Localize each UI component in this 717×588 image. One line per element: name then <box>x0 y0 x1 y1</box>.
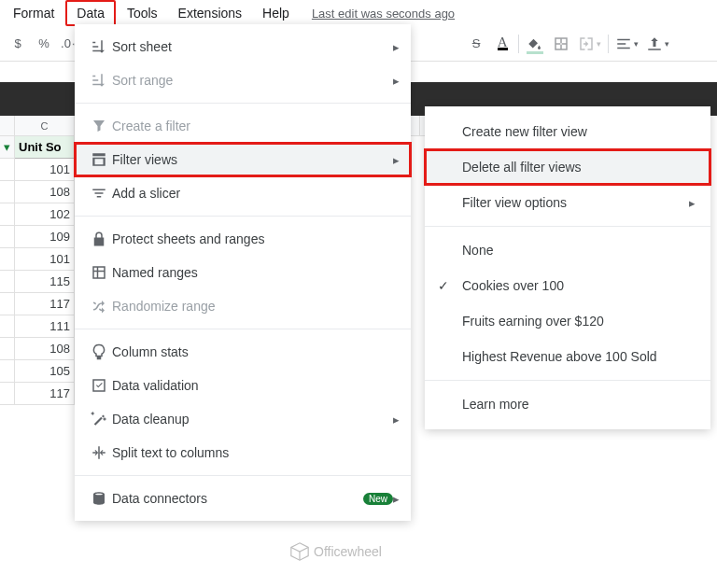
vertical-align-button[interactable]: ▾ <box>643 32 672 56</box>
submenu-create-new-filter-view[interactable]: Create new filter view <box>425 114 710 149</box>
submenu-arrow-icon: ▸ <box>393 40 400 54</box>
menu-create-filter: Create a filter <box>75 109 411 143</box>
percent-button[interactable]: % <box>32 32 56 56</box>
menu-separator <box>75 103 411 104</box>
submenu-arrow-icon: ▸ <box>393 413 400 427</box>
filter-indicator[interactable]: ▾ <box>0 136 15 159</box>
watermark-logo-icon <box>289 541 310 562</box>
menu-data[interactable]: Data <box>65 0 116 26</box>
menu-separator <box>75 329 411 329</box>
submenu-filter-view-options[interactable]: Filter view options ▸ <box>425 185 710 220</box>
grid[interactable]: ▾ Unit So 101 108 102 109 101 115 117 11… <box>0 136 75 405</box>
menu-split-text[interactable]: Split text to columns <box>75 436 411 469</box>
sort-sheet-icon <box>91 38 107 55</box>
data-menu-dropdown: Sort sheet ▸ Sort range ▸ Create a filte… <box>75 24 411 521</box>
menu-named-ranges[interactable]: Named ranges <box>75 256 411 289</box>
submenu-arrow-icon: ▸ <box>393 492 400 506</box>
merge-cells-button[interactable]: ▾ <box>575 32 604 56</box>
menu-filter-views[interactable]: Filter views ▸ <box>75 143 411 176</box>
slicer-icon <box>91 185 107 202</box>
data-cell[interactable]: 108 <box>15 181 75 203</box>
submenu-learn-more[interactable]: Learn more <box>425 386 710 422</box>
toolbar-separator <box>608 35 609 53</box>
lightbulb-icon <box>91 343 107 360</box>
database-icon <box>91 490 107 507</box>
v-align-icon <box>646 35 663 52</box>
submenu-arrow-icon: ▸ <box>689 196 696 210</box>
filter-views-submenu: Create new filter view Delete all filter… <box>425 106 710 429</box>
menu-column-stats[interactable]: Column stats <box>75 335 411 369</box>
data-cell[interactable]: 101 <box>15 159 75 181</box>
lock-icon <box>91 231 107 247</box>
menu-add-slicer[interactable]: Add a slicer <box>75 176 411 210</box>
data-cell[interactable]: 108 <box>15 338 75 360</box>
submenu-filter-none[interactable]: None <box>425 232 710 268</box>
submenu-arrow-icon: ▸ <box>393 74 400 88</box>
menu-separator <box>75 475 411 476</box>
funnel-icon <box>91 118 107 134</box>
data-cell[interactable]: 109 <box>15 226 75 248</box>
watermark: Officewheel <box>289 541 382 562</box>
borders-button[interactable] <box>549 32 573 56</box>
menu-data-cleanup[interactable]: Data cleanup ▸ <box>75 402 411 436</box>
menu-sort-range: Sort range ▸ <box>75 63 411 97</box>
data-cell[interactable]: 115 <box>15 271 75 293</box>
menu-data-connectors[interactable]: Data connectors New ▸ <box>75 482 411 515</box>
data-validation-icon <box>91 377 107 394</box>
menu-sort-sheet[interactable]: Sort sheet ▸ <box>75 30 411 63</box>
menu-help[interactable]: Help <box>253 2 299 24</box>
menu-extensions[interactable]: Extensions <box>169 2 251 24</box>
menu-separator <box>425 380 710 381</box>
text-color-button[interactable]: A <box>490 32 514 56</box>
submenu-filter-fruits[interactable]: Fruits earning over $120 <box>425 303 710 339</box>
row-corner <box>0 116 15 136</box>
new-badge: New <box>363 493 393 505</box>
menu-tools[interactable]: Tools <box>118 2 167 24</box>
split-icon <box>91 444 107 461</box>
menu-protect-sheets[interactable]: Protect sheets and ranges <box>75 222 411 256</box>
toolbar-separator <box>518 35 519 53</box>
strikethrough-button[interactable]: S <box>464 32 488 56</box>
menu-format[interactable]: Format <box>4 2 63 24</box>
data-cell[interactable]: 117 <box>15 383 75 405</box>
named-ranges-icon <box>91 264 107 281</box>
submenu-delete-all-filter-views[interactable]: Delete all filter views <box>425 149 710 185</box>
sort-range-icon <box>91 72 107 89</box>
menu-separator <box>75 216 411 217</box>
merge-icon <box>578 35 595 52</box>
submenu-arrow-icon: ▸ <box>393 153 400 167</box>
col-header-c[interactable]: C <box>15 116 75 136</box>
data-cell[interactable]: 102 <box>15 203 75 226</box>
borders-icon <box>553 35 569 52</box>
menu-randomize-range: Randomize range <box>75 289 411 323</box>
submenu-filter-cookies[interactable]: ✓ Cookies over 100 <box>425 268 710 303</box>
filter-views-icon <box>91 151 107 168</box>
header-cell-unit-sold[interactable]: Unit So <box>15 136 75 159</box>
data-cell[interactable]: 105 <box>15 360 75 383</box>
horizontal-align-button[interactable]: ▾ <box>612 32 641 56</box>
shuffle-icon <box>91 298 107 315</box>
menu-separator <box>425 226 710 227</box>
menu-data-validation[interactable]: Data validation <box>75 369 411 402</box>
currency-button[interactable]: $ <box>6 32 30 56</box>
align-left-icon <box>615 35 632 52</box>
fill-color-button[interactable] <box>523 32 547 56</box>
data-cell[interactable]: 111 <box>15 315 75 338</box>
paint-bucket-icon <box>527 35 543 52</box>
submenu-filter-highest-revenue[interactable]: Highest Revenue above 100 Sold <box>425 339 710 374</box>
magic-wand-icon <box>91 411 107 427</box>
data-cell[interactable]: 101 <box>15 248 75 271</box>
menubar: Format Data Tools Extensions Help Last e… <box>0 0 717 26</box>
last-edit-link[interactable]: Last edit was seconds ago <box>312 7 455 21</box>
data-cell[interactable]: 117 <box>15 293 75 315</box>
check-icon: ✓ <box>438 278 449 293</box>
